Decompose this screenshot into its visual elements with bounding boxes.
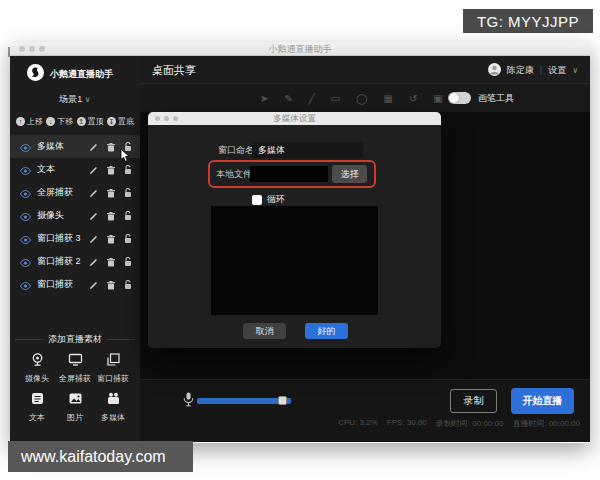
clear-icon[interactable]: ▣ [433,93,442,104]
status-stats: CPU: 3.2% FPS: 30.00 录制时间: 00:00:00 直播时间… [338,418,580,429]
grid-icon[interactable]: ▦ [383,93,392,104]
record-time-stat: 录制时间: 00:00:00 [436,418,504,429]
lock-icon[interactable] [124,253,132,271]
edit-pencil-icon[interactable] [89,184,98,202]
visibility-eye-icon[interactable] [20,184,31,202]
delete-trash-icon[interactable] [107,253,115,271]
send-to-bottom-icon: ↧ [107,117,116,126]
dialog-close-button[interactable] [155,116,160,121]
layer-actions-row: ↑上移↓下移↥置顶↧置底 [16,116,134,127]
zoom-window-button[interactable] [39,46,45,52]
dialog-minimize-button[interactable] [164,116,169,121]
add-webcam-button[interactable]: 摄像头 [18,349,56,384]
volume-slider-handle[interactable] [278,396,287,405]
window-capture-icon [106,352,121,371]
user-box: 陈定康 | 设置 ∨ [488,56,578,84]
lock-icon[interactable] [124,230,132,248]
image-icon [68,391,83,410]
cursor-icon[interactable]: ➤ [260,93,268,104]
avatar[interactable] [488,63,501,78]
edit-pencil-icon[interactable] [89,161,98,179]
source-label: 窗口捕获 3 [37,232,89,245]
fullscreen-capture-icon [68,352,83,371]
close-window-button[interactable] [19,46,25,52]
dialog-traffic-lights[interactable] [155,116,178,121]
edit-pencil-icon[interactable] [89,207,98,225]
bring-to-top-button[interactable]: ↥置顶 [77,116,104,127]
delete-trash-icon[interactable] [107,184,115,202]
add-window-capture-button[interactable]: 窗口捕获 [94,349,132,384]
visibility-eye-icon[interactable] [20,276,31,294]
source-item-4[interactable]: 窗口捕获 3 [10,227,140,250]
traffic-light-buttons[interactable] [19,46,45,52]
source-item-5[interactable]: 窗口捕获 2 [10,250,140,273]
loop-checkbox[interactable] [252,195,262,205]
ok-button[interactable]: 好的 [305,323,348,339]
app-name: 小鹅通直播助手 [50,68,113,81]
undo-icon[interactable]: ↺ [409,93,417,104]
window-title: 小鹅通直播助手 [10,42,590,56]
window-name-label: 窗口命名 [218,144,254,157]
ellipse-icon[interactable]: ◯ [356,93,367,104]
edit-pencil-icon[interactable] [89,138,98,156]
record-button[interactable]: 录制 [450,389,497,413]
microphone-icon[interactable] [183,392,194,411]
highlight-annotation-box: 本地文件 选择 [208,160,376,188]
delete-trash-icon[interactable] [107,207,115,225]
add-fullscreen-capture-button[interactable]: 全屏捕获 [56,349,94,384]
rect-icon[interactable]: ▭ [331,93,340,104]
delete-trash-icon[interactable] [107,161,115,179]
source-item-3[interactable]: 摄像头 [10,204,140,227]
lock-icon[interactable] [124,207,132,225]
add-text-button[interactable]: 文本 [18,388,56,423]
lock-icon[interactable] [124,276,132,294]
edit-pencil-icon[interactable] [89,276,98,294]
tg-contact-badge: TG: MYYJJPP [463,9,593,33]
source-label: 窗口捕获 [37,278,89,291]
loop-option: 循环 [252,193,285,206]
visibility-eye-icon[interactable] [20,207,31,225]
source-item-6[interactable]: 窗口捕获 [10,273,140,296]
source-item-2[interactable]: 全屏捕获 [10,181,140,204]
scene-selector[interactable]: 场景1 ∨ [10,93,140,106]
volume-slider[interactable] [197,398,291,404]
visibility-eye-icon[interactable] [20,253,31,271]
visibility-eye-icon[interactable] [20,161,31,179]
add-media-button[interactable]: 多媒体 [94,388,132,423]
brush-tool-toggle[interactable] [448,92,471,104]
media-preview-area [211,206,378,315]
move-up-icon: ↑ [16,117,25,126]
dialog-body: 窗口命名 本地文件 选择 循环 取消 好的 [148,125,441,348]
sidebar: 小鹅通直播助手 场景1 ∨ ↑上移↓下移↥置顶↧置底 多媒体文本全屏捕获摄像头窗… [10,56,140,442]
lock-icon[interactable] [124,184,132,202]
line-icon[interactable]: ╱ [309,93,315,104]
settings-menu[interactable]: 设置 [548,64,566,77]
brush-tool-icons: ➤✎╱▭◯▦↺▣ [260,84,443,112]
pencil-icon[interactable]: ✎ [284,93,292,104]
choose-file-button[interactable]: 选择 [332,165,367,183]
dialog-zoom-button[interactable] [173,116,178,121]
local-file-input[interactable] [250,166,328,182]
cancel-button[interactable]: 取消 [243,323,286,339]
macos-titlebar: 小鹅通直播助手 [10,42,590,56]
edit-pencil-icon[interactable] [89,253,98,271]
scene-label: 场景1 [59,94,82,104]
delete-trash-icon[interactable] [107,230,115,248]
move-up-button[interactable]: ↑上移 [16,116,43,127]
delete-trash-icon[interactable] [107,276,115,294]
add-material-title: 添加直播素材 [10,333,140,346]
add-item-label: 窗口捕获 [97,373,129,384]
main-header: 桌面共享 陈定康 | 设置 ∨ [140,56,590,84]
watermark-url: www.kaifatoday.com [8,441,193,472]
window-name-input[interactable] [252,142,363,158]
start-live-button[interactable]: 开始直播 [511,388,574,414]
edit-pencil-icon[interactable] [89,230,98,248]
visibility-eye-icon[interactable] [20,230,31,248]
move-down-button[interactable]: ↓下移 [46,116,73,127]
send-to-bottom-button[interactable]: ↧置底 [107,116,134,127]
add-image-button[interactable]: 图片 [56,388,94,423]
action-label: 上移 [27,116,43,127]
visibility-eye-icon[interactable] [20,138,31,156]
delete-trash-icon[interactable] [107,138,115,156]
minimize-window-button[interactable] [29,46,35,52]
